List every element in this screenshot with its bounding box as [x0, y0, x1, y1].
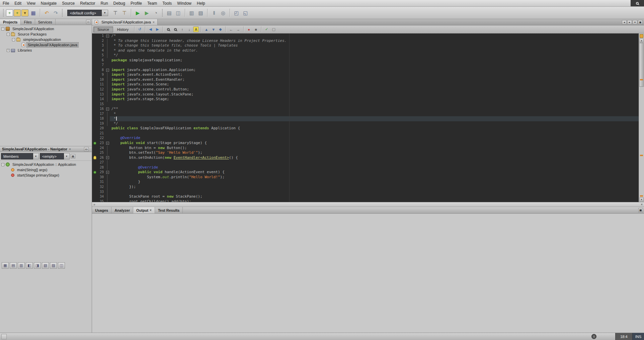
new-project-icon[interactable]: +	[14, 9, 21, 16]
menu-tools[interactable]: Tools	[160, 0, 174, 6]
expand-all-icon[interactable]: ◫	[58, 262, 65, 269]
annotation-gutter[interactable]	[92, 68, 97, 73]
sort-by-name-icon[interactable]: ◨	[34, 262, 41, 269]
annotation-gutter[interactable]	[92, 141, 97, 146]
last-edit-position-icon[interactable]: ↺	[137, 26, 143, 32]
code-line-text[interactable]: import javafx.application.Application;	[110, 68, 639, 73]
annotation-gutter[interactable]	[92, 199, 97, 202]
redo-icon[interactable]: ↷	[52, 9, 60, 17]
project-tree-row[interactable]: +Libraries	[0, 48, 92, 53]
annotation-gutter[interactable]	[92, 194, 97, 199]
annotation-gutter[interactable]	[92, 43, 97, 48]
menu-window[interactable]: Window	[174, 0, 194, 6]
show-fqn-icon[interactable]: ▨	[50, 262, 57, 269]
annotation-gutter[interactable]	[92, 185, 97, 190]
code-line-text[interactable]: public void start(Stage primaryStage) {	[110, 141, 639, 146]
config-combo-value[interactable]: <default config>	[67, 10, 102, 16]
project-tree-row[interactable]: SimpleJavaFXApplication.java	[0, 42, 92, 48]
quick-search-box[interactable]	[631, 0, 644, 6]
annotation-gutter[interactable]	[92, 131, 97, 136]
build-project-icon[interactable]: ⊤	[111, 9, 119, 17]
scroll-tabs-right-icon[interactable]: ▸	[627, 20, 632, 24]
breadcrumb-close-icon[interactable]: ×	[641, 203, 643, 206]
code-line-text[interactable]: package simplejavafxapplication;	[110, 58, 639, 63]
run-project-icon[interactable]: ▶	[134, 9, 142, 17]
annotation-gutter[interactable]	[92, 150, 97, 155]
annotation-gutter[interactable]	[92, 112, 97, 117]
shift-left-icon[interactable]: ←	[228, 26, 234, 32]
toolbar-grip[interactable]	[162, 9, 163, 17]
code-line-text[interactable]: System.out.println("Hello World!");	[110, 175, 639, 180]
tab-files[interactable]: Files	[21, 19, 35, 25]
code-line-text[interactable]: * and open the template in the editor.	[110, 48, 639, 53]
clean-build-project-icon[interactable]: ⊤	[120, 9, 129, 17]
vcs-revert-icon[interactable]: ▧	[196, 9, 205, 17]
output-tab-close-icon[interactable]: ×	[150, 208, 152, 212]
error-stripe-mark[interactable]	[640, 155, 643, 156]
collapse-icon[interactable]: −	[1, 27, 4, 30]
breadcrumb-chevron-icon[interactable]: »	[93, 203, 95, 206]
annotation-gutter[interactable]	[92, 116, 97, 121]
collapse-icon[interactable]: −	[7, 33, 10, 36]
scroll-down-icon[interactable]: ▾	[639, 198, 644, 202]
toggle-comment-icon[interactable]: ✓	[263, 26, 270, 32]
collapse-icon[interactable]: −	[12, 38, 15, 41]
scope-combo[interactable]: <empty> ▾	[40, 153, 70, 159]
code-line-text[interactable]: public void handle(ActionEvent event) {	[110, 170, 639, 175]
code-line-text[interactable]: *	[110, 112, 639, 117]
back-icon[interactable]: ◀	[147, 26, 154, 32]
code-line-text[interactable]: import javafx.stage.Stage;	[110, 97, 639, 102]
fold-collapse-icon[interactable]: −	[106, 108, 109, 111]
toggle-highlight-icon[interactable]: A	[193, 26, 199, 32]
editor-tab[interactable]: SimpleJavaFXApplication.java ×	[92, 19, 158, 25]
code-line-text[interactable]: public class SimpleJavaFXApplication ext…	[110, 126, 639, 131]
profile-project-icon[interactable]: ◔	[152, 9, 160, 17]
annotation-gutter[interactable]	[92, 146, 97, 151]
annotation-gutter[interactable]	[92, 58, 97, 63]
fold-collapse-icon[interactable]: −	[106, 142, 109, 145]
project-tree-row[interactable]: −SimpleJavaFXApplication	[0, 26, 92, 31]
annotation-gutter[interactable]	[92, 77, 97, 82]
annotation-gutter[interactable]	[92, 92, 97, 97]
code-line-text[interactable]: /**	[110, 107, 639, 112]
code-line-text[interactable]: btn.setText("Say 'Hello World'");	[110, 150, 639, 155]
new-file-icon[interactable]: +	[6, 9, 13, 16]
show-static-members-icon[interactable]: ▥	[18, 262, 25, 269]
rerun-icon[interactable]: ◎	[219, 9, 227, 17]
menu-help[interactable]: Help	[194, 0, 208, 6]
project-tree-row[interactable]: −Source Packages	[0, 31, 92, 37]
navigator-settings-icon[interactable]: ▦	[71, 154, 75, 158]
output-content[interactable]	[92, 214, 644, 333]
annotation-gutter[interactable]	[92, 97, 97, 102]
next-occurrence-icon[interactable]: ↓	[186, 26, 192, 32]
previous-occurrence-icon[interactable]: ↑	[179, 26, 185, 32]
editor-tab-close-icon[interactable]: ×	[153, 20, 155, 24]
code-line-text[interactable]	[110, 190, 639, 195]
view-button-history[interactable]: History	[113, 26, 133, 32]
code-line-text[interactable]: btn.setOnAction(new EventHandler<ActionE…	[110, 155, 639, 160]
debug-project-icon[interactable]: ▶	[143, 9, 151, 17]
navigator-close-icon[interactable]: ×	[69, 147, 71, 151]
tab-list-icon[interactable]: ▾	[633, 20, 637, 24]
menu-debug[interactable]: Debug	[111, 0, 128, 6]
code-line-text[interactable]	[110, 63, 639, 68]
annotation-gutter[interactable]	[92, 87, 97, 92]
annotation-gutter[interactable]	[92, 170, 97, 175]
toolbar-grip[interactable]	[3, 9, 4, 17]
code-line-text[interactable]: */	[110, 121, 639, 126]
output-maximize-icon[interactable]: ▣	[638, 208, 643, 212]
menu-run[interactable]: Run	[98, 0, 111, 6]
annotation-gutter[interactable]	[92, 126, 97, 131]
next-bookmark-icon[interactable]: ▼	[210, 26, 217, 32]
code-line-text[interactable]: @Override	[110, 165, 639, 170]
override-marker-icon[interactable]	[93, 171, 96, 174]
code-line-text[interactable]: root.getChildren().add(btn);	[110, 199, 639, 202]
annotation-gutter[interactable]	[92, 82, 97, 87]
output-tab-test-results[interactable]: Test Results	[155, 207, 183, 213]
scroll-tabs-left-icon[interactable]: ◂	[622, 20, 627, 24]
code-editor[interactable]: 1−/*2 * To change this license header, c…	[92, 33, 639, 202]
code-line-text[interactable]: */	[110, 53, 639, 58]
code-line-text[interactable]: /*	[110, 33, 639, 39]
code-line-text[interactable]: *	[110, 116, 639, 121]
navigator-tree-row[interactable]: −SimpleJavaFXApplication :: Application	[0, 162, 92, 167]
